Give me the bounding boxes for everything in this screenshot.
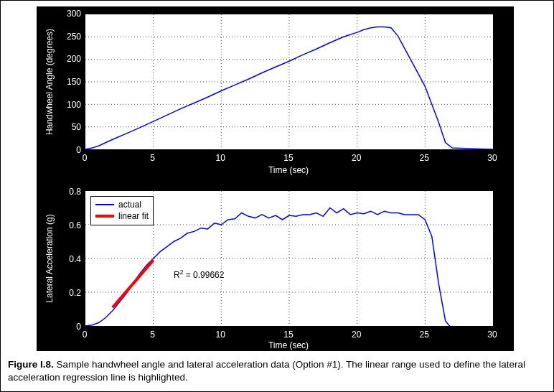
legend-swatch-linearfit xyxy=(95,215,114,218)
bot-xtick-4: 20 xyxy=(352,330,361,340)
legend-box: actual linear fit xyxy=(90,196,154,225)
plots-black-background: 0 50 100 150 200 250 300 0 5 10 15 20 25… xyxy=(37,6,514,351)
top-ytick-3: 150 xyxy=(60,77,81,87)
bot-ytick-1: 0.2 xyxy=(60,288,81,298)
top-xtick-5: 25 xyxy=(420,153,429,163)
top-ytick-6: 300 xyxy=(60,9,81,19)
top-ytick-2: 100 xyxy=(60,100,81,110)
top-ytick-1: 50 xyxy=(60,122,81,132)
bot-ytick-4: 0.8 xyxy=(60,187,81,197)
figure-caption: Figure I.8. Sample handwheel angle and l… xyxy=(8,358,548,384)
bot-xtick-3: 15 xyxy=(283,330,293,340)
top-xtick-4: 20 xyxy=(352,153,361,163)
top-xtick-3: 15 xyxy=(283,153,293,163)
top-xlabel: Time (sec) xyxy=(268,165,309,175)
bot-ytick-3: 0.6 xyxy=(60,220,81,230)
r-squared-annotation: R2 = 0.99662 xyxy=(174,269,224,280)
bot-xtick-0: 0 xyxy=(83,330,88,340)
bot-ytick-2: 0.4 xyxy=(60,254,81,264)
bot-xtick-1: 5 xyxy=(150,330,155,340)
top-xtick-0: 0 xyxy=(83,153,88,163)
bot-xtick-2: 10 xyxy=(216,330,225,340)
legend-label-actual: actual xyxy=(118,200,141,210)
bot-ytick-0: 0 xyxy=(60,322,81,332)
top-ytick-5: 250 xyxy=(60,32,81,42)
legend-swatch-actual xyxy=(95,204,114,205)
figure-frame: 0 50 100 150 200 250 300 0 5 10 15 20 25… xyxy=(0,0,554,392)
bot-xtick-5: 25 xyxy=(420,330,429,340)
top-chart-svg xyxy=(85,14,493,149)
legend-entry-linearfit: linear fit xyxy=(95,210,149,222)
caption-text: Sample handwheel angle and lateral accel… xyxy=(8,359,525,383)
bot-xlabel: Time (sec) xyxy=(268,340,309,350)
top-ytick-0: 0 xyxy=(60,145,81,155)
legend-entry-actual: actual xyxy=(95,199,149,210)
top-ylabel: Handwheel Angle (degrees) xyxy=(44,29,55,135)
bot-ylabel: Lateral Acceleration (g) xyxy=(44,214,55,302)
legend-label-linearfit: linear fit xyxy=(118,211,149,221)
bottom-chart-panel: actual linear fit R2 = 0.99662 xyxy=(85,190,494,327)
bot-xtick-6: 30 xyxy=(487,330,497,340)
top-xtick-1: 5 xyxy=(150,153,155,163)
top-xtick-6: 30 xyxy=(487,153,497,163)
caption-label: Figure I.8. xyxy=(8,359,54,370)
top-xtick-2: 10 xyxy=(216,153,225,163)
top-ytick-4: 200 xyxy=(60,54,81,64)
top-chart-panel xyxy=(85,14,494,150)
